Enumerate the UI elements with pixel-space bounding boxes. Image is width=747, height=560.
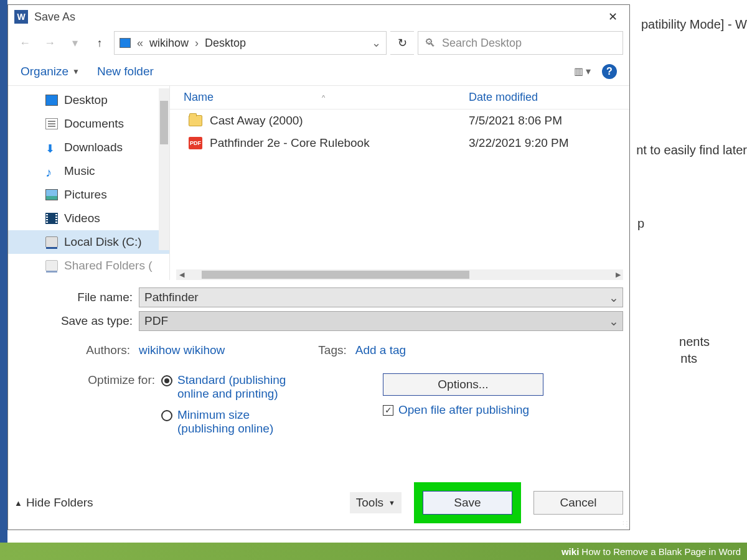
downloads-icon: ⬇	[45, 142, 58, 153]
computer-icon	[120, 38, 131, 48]
wikihow-brand: wiki	[561, 546, 579, 557]
nav-up-icon[interactable]: ↑	[89, 32, 110, 54]
address-dropdown-icon[interactable]: ⌄	[372, 36, 381, 50]
open-after-checkbox[interactable]: ✓ Open file after publishing	[383, 403, 543, 417]
savetype-select[interactable]: PDF⌄	[139, 311, 623, 331]
help-icon[interactable]: ?	[602, 64, 617, 79]
sidebar-item-downloads[interactable]: ⬇Downloads	[8, 136, 169, 159]
desktop-icon	[45, 95, 58, 106]
file-date: 3/22/2021 9:20 PM	[469, 136, 629, 150]
sidebar-scrollbar[interactable]	[159, 88, 169, 250]
pictures-icon	[45, 189, 58, 200]
radio-on-icon	[161, 375, 172, 386]
search-input[interactable]: 🔍︎ Search Desktop	[418, 31, 623, 55]
col-name[interactable]: Name ^	[170, 91, 469, 104]
hide-folders-button[interactable]: ▲Hide Folders	[14, 496, 93, 510]
dropdown-icon[interactable]: ⌄	[609, 314, 619, 329]
tools-button[interactable]: Tools▼	[350, 492, 402, 513]
videos-icon	[45, 213, 58, 224]
toolbar: Organize▼ New folder ▥ ▾ ?	[8, 57, 629, 86]
save-button[interactable]: Save	[423, 491, 512, 515]
checkbox-checked-icon: ✓	[383, 405, 393, 416]
refresh-icon[interactable]: ↻	[390, 31, 414, 55]
filename-input[interactable]: Pathfinder⌄	[139, 287, 623, 307]
resize-grip-icon[interactable]: . .. . .	[619, 520, 628, 528]
sidebar-item-local-disk[interactable]: Local Disk (C:)	[8, 230, 169, 254]
file-row[interactable]: Cast Away (2000) 7/5/2021 8:06 PM	[170, 110, 629, 132]
word-mid-text: p	[637, 217, 644, 231]
savetype-label: Save as type:	[14, 314, 139, 328]
dropdown-icon: ▼	[72, 67, 80, 76]
folder-icon	[189, 115, 202, 126]
organize-button[interactable]: Organize▼	[21, 65, 80, 78]
scrollbar-thumb[interactable]	[202, 271, 469, 279]
dropdown-icon[interactable]: ⌄	[609, 291, 619, 305]
file-name: Pathfinder 2e - Core Rulebook	[210, 136, 370, 150]
address-bar[interactable]: « wikihow › Desktop ⌄	[114, 31, 387, 55]
word-app-icon	[14, 10, 28, 24]
sort-asc-icon: ^	[322, 94, 325, 101]
new-folder-button[interactable]: New folder	[97, 65, 154, 78]
authors-value[interactable]: wikihow wikihow	[139, 343, 225, 357]
folder-tree: Desktop Documents ⬇Downloads ♪Music Pict…	[8, 86, 170, 280]
sidebar-item-music[interactable]: ♪Music	[8, 159, 169, 183]
nav-recent-icon[interactable]: ▾	[64, 32, 85, 54]
sidebar-item-pictures[interactable]: Pictures	[8, 183, 169, 207]
dialog-title: Save As	[34, 11, 75, 24]
save-fields: File name: Pathfinder⌄ Save as type: PDF…	[8, 280, 629, 443]
dropdown-icon: ▼	[388, 499, 395, 506]
breadcrumb-p2[interactable]: Desktop	[205, 37, 246, 50]
word-hint-text: nt to easily find later	[636, 143, 747, 157]
breadcrumb-p1[interactable]: wikihow	[149, 37, 189, 50]
filename-label: File name:	[14, 291, 139, 304]
breadcrumb-sep-icon: «	[137, 37, 143, 50]
nav-back-icon[interactable]: ←	[14, 32, 35, 54]
optimize-label: Optimize for:	[14, 373, 161, 443]
file-date: 7/5/2021 8:06 PM	[469, 114, 629, 128]
scroll-left-icon[interactable]: ◀	[176, 271, 187, 279]
column-headers: Name ^ Date modified	[170, 86, 629, 110]
disk-icon	[45, 236, 58, 248]
tags-value[interactable]: Add a tag	[355, 343, 406, 357]
nav-row: ← → ▾ ↑ « wikihow › Desktop ⌄ ↻ 🔍︎ Searc…	[8, 29, 629, 57]
word-title-fragment: patibility Mode] - W	[641, 17, 747, 32]
file-list: Name ^ Date modified Cast Away (2000) 7/…	[170, 86, 629, 280]
wikihow-banner: wiki How to Remove a Blank Page in Word	[0, 543, 747, 560]
chevron-up-icon: ▲	[14, 498, 22, 508]
chevron-right-icon: ›	[195, 37, 199, 50]
col-modified[interactable]: Date modified	[469, 91, 629, 104]
dialog-footer: ▲Hide Folders Tools▼ Save Cancel	[14, 482, 623, 523]
dialog-titlebar: Save As ✕	[8, 5, 629, 29]
file-name: Cast Away (2000)	[210, 114, 303, 128]
sidebar-item-desktop[interactable]: Desktop	[8, 88, 169, 112]
save-as-dialog: Save As ✕ ← → ▾ ↑ « wikihow › Desktop ⌄ …	[7, 4, 630, 530]
search-placeholder: Search Desktop	[442, 37, 522, 50]
word-side-sub: nts	[680, 352, 697, 366]
close-icon[interactable]: ✕	[602, 7, 623, 26]
word-nav-sidebar	[0, 0, 7, 560]
view-options-icon[interactable]: ▥ ▾	[574, 65, 591, 77]
search-icon: 🔍︎	[425, 37, 436, 50]
scroll-right-icon[interactable]: ▶	[613, 271, 623, 279]
shared-icon	[45, 260, 58, 271]
cancel-button[interactable]: Cancel	[533, 491, 623, 515]
article-title: How to Remove a Blank Page in Word	[581, 546, 741, 557]
save-highlight: Save	[414, 482, 521, 523]
word-side-heading: nents	[679, 335, 710, 349]
nav-forward-icon[interactable]: →	[39, 32, 60, 54]
sidebar-item-videos[interactable]: Videos	[8, 207, 169, 230]
authors-label: Authors:	[14, 343, 139, 357]
pdf-icon: PDF	[189, 137, 202, 149]
options-button[interactable]: Options...	[383, 373, 543, 396]
sidebar-item-documents[interactable]: Documents	[8, 112, 169, 136]
horizontal-scrollbar[interactable]: ◀ ▶	[176, 269, 623, 280]
documents-icon	[45, 118, 58, 129]
scrollbar-thumb[interactable]	[160, 101, 168, 144]
file-row[interactable]: PDFPathfinder 2e - Core Rulebook 3/22/20…	[170, 132, 629, 154]
radio-off-icon	[161, 410, 172, 421]
sidebar-item-shared[interactable]: Shared Folders (	[8, 254, 169, 278]
radio-standard[interactable]: Standard (publishing online and printing…	[161, 373, 308, 401]
radio-minimum[interactable]: Minimum size (publishing online)	[161, 408, 308, 436]
tags-label: Tags:	[318, 343, 355, 357]
music-icon: ♪	[45, 166, 58, 177]
